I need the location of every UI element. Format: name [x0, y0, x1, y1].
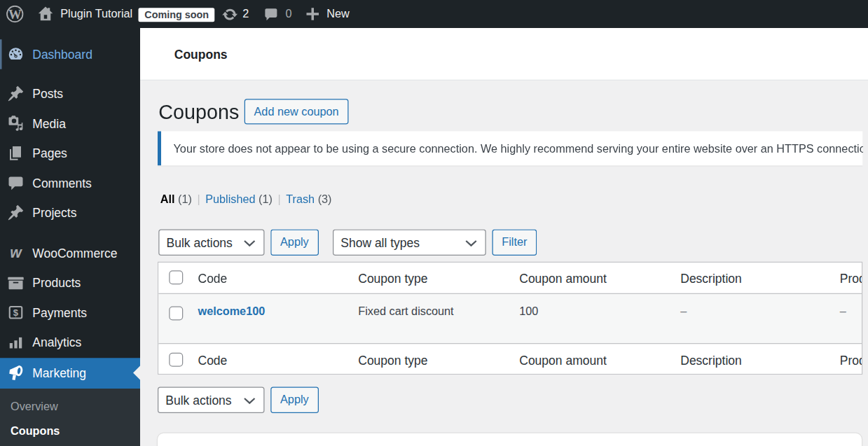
svg-text:w: w: [10, 244, 22, 261]
svg-text:$: $: [13, 307, 19, 318]
svg-text:W: W: [8, 7, 22, 22]
